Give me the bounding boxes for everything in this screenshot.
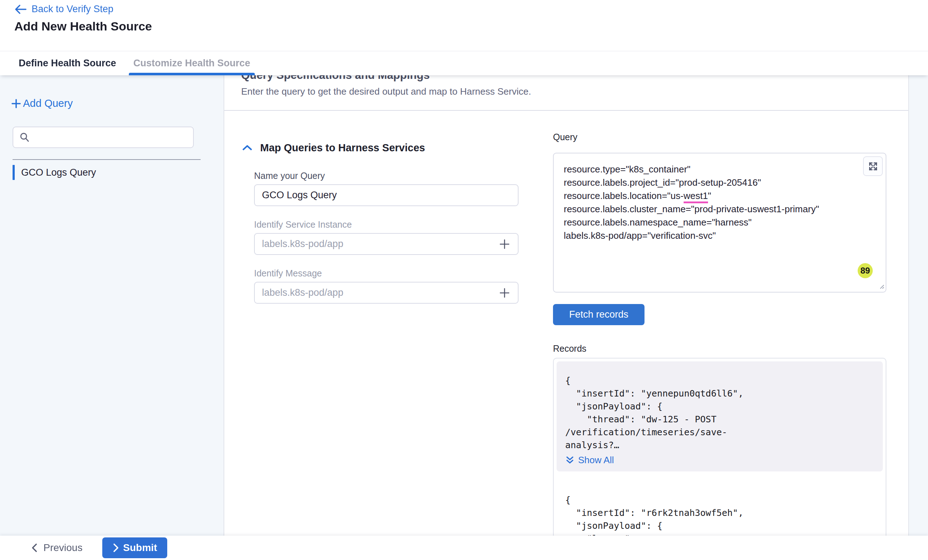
back-arrow-icon: [14, 4, 27, 15]
page-header: Back to Verify Step Add New Health Sourc…: [0, 0, 928, 51]
back-to-verify-step-link[interactable]: Back to Verify Step: [14, 4, 113, 15]
query-line: resource.labels.project_id="prod-setup-2…: [564, 176, 876, 189]
add-query-label: Add Query: [23, 97, 73, 110]
resize-handle[interactable]: [878, 283, 885, 291]
footer-bar: Previous Submit: [0, 536, 928, 560]
back-link-label: Back to Verify Step: [32, 4, 113, 15]
service-instance-plus-icon[interactable]: [498, 238, 511, 250]
record-json: { "insertId": "yennepun0qtd6ll6", "jsonP…: [565, 374, 874, 452]
section-title: Query Specifications and Mappings: [241, 75, 430, 82]
tab-define-health-source[interactable]: Define Health Source: [14, 51, 121, 75]
identify-service-instance-label: Identify Service Instance: [254, 219, 352, 230]
query-item-label: GCO Logs Query: [21, 167, 96, 178]
query-line: resource.labels.location="us-west1": [564, 189, 876, 202]
page-title: Add New Health Source: [14, 19, 152, 33]
char-count-badge: 89: [858, 263, 873, 278]
previous-label: Previous: [43, 542, 82, 554]
previous-button[interactable]: Previous: [31, 542, 82, 554]
query-line: resource.labels.cluster_name="prod-priva…: [564, 202, 876, 216]
chevron-left-icon: [31, 543, 38, 553]
submit-button[interactable]: Submit: [102, 537, 167, 558]
query-line: labels.k8s-pod/app="verification-svc": [564, 229, 876, 242]
show-all-link[interactable]: Show All: [565, 455, 874, 466]
show-all-label: Show All: [578, 455, 614, 466]
chevron-right-icon: [112, 543, 119, 552]
right-gutter: [908, 75, 928, 560]
health-source-tab-bar: Define Health Source Customize Health So…: [0, 51, 928, 75]
fetch-records-button[interactable]: Fetch records: [553, 304, 644, 325]
query-line: resource.type="k8s_container": [564, 163, 876, 176]
section-subtitle: Enter the query to get the desired outpu…: [241, 86, 531, 97]
service-instance-field-wrap: [254, 233, 519, 255]
selected-query-indicator: [12, 165, 15, 180]
message-field-wrap: [254, 282, 519, 304]
content-area: Add Query GCO Logs Query Query Specifica…: [0, 75, 928, 560]
tab-customize-label: Customize Health Source: [133, 58, 250, 69]
add-query-button[interactable]: Add Query: [11, 97, 73, 110]
chevron-up-icon[interactable]: [241, 143, 253, 154]
identify-message-label: Identify Message: [254, 268, 322, 278]
section-divider: [224, 110, 908, 111]
expand-icon: [868, 161, 879, 172]
sidebar-divider: [12, 159, 201, 160]
plus-icon: [11, 98, 21, 109]
record-card: { "insertId": "yennepun0qtd6ll6", "jsonP…: [557, 361, 883, 472]
sidebar-item-gco-logs-query[interactable]: GCO Logs Query: [12, 165, 96, 180]
name-your-query-label: Name your Query: [254, 170, 325, 181]
query-textarea[interactable]: resource.type="k8s_container"resource.la…: [553, 153, 886, 292]
map-queries-title: Map Queries to Harness Services: [260, 142, 425, 154]
query-line: resource.labels.namespace_name="harness": [564, 216, 876, 229]
message-plus-icon[interactable]: [498, 287, 511, 299]
query-name-input[interactable]: [262, 190, 511, 201]
query-label: Query: [553, 132, 577, 142]
query-text: resource.type="k8s_container"resource.la…: [564, 163, 876, 242]
query-name-field-wrap: [254, 184, 519, 206]
query-search-box: [12, 126, 194, 148]
service-instance-input[interactable]: [262, 238, 498, 250]
double-chevron-down-icon: [565, 455, 574, 466]
search-icon: [19, 132, 30, 143]
tab-define-label: Define Health Source: [19, 58, 116, 69]
query-sidebar: Add Query GCO Logs Query: [0, 75, 224, 560]
expand-query-button[interactable]: [863, 156, 883, 176]
spellcheck-underline: west1: [684, 190, 708, 203]
search-input[interactable]: [34, 132, 187, 143]
submit-label: Submit: [123, 542, 157, 554]
records-panel: { "insertId": "yennepun0qtd6ll6", "jsonP…: [553, 358, 886, 560]
records-label: Records: [553, 344, 586, 354]
query-mapping-panel: Query Specifications and Mappings Enter …: [224, 75, 908, 560]
tab-customize-health-source[interactable]: Customize Health Source: [129, 51, 255, 75]
message-input[interactable]: [262, 287, 498, 298]
